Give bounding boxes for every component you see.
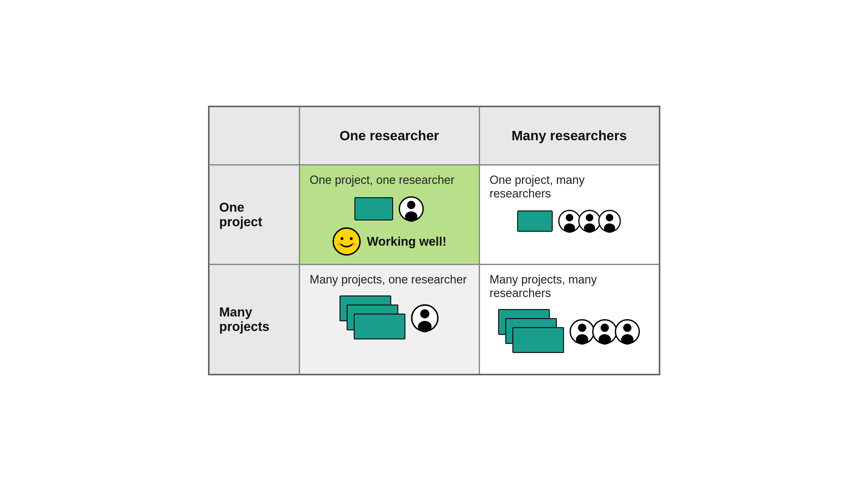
svg-point-1 <box>407 201 415 209</box>
header-many-researchers-label: Many researchers <box>512 128 627 144</box>
person-icon-6 <box>614 319 640 344</box>
stacked-projects-icon <box>340 296 404 341</box>
stack-rect-3 <box>354 313 405 339</box>
header-many-researchers: Many researchers <box>479 107 659 165</box>
smiley-icon <box>332 227 361 256</box>
stacked-projects-icon-2 <box>498 309 563 354</box>
svg-point-2 <box>405 211 417 222</box>
project-rect-icon-2 <box>517 210 553 232</box>
person-icon <box>398 196 424 222</box>
svg-point-13 <box>584 223 595 233</box>
svg-point-28 <box>621 334 633 344</box>
svg-point-18 <box>420 309 429 319</box>
svg-point-16 <box>604 223 615 233</box>
svg-point-21 <box>578 324 586 332</box>
svg-point-9 <box>566 214 573 221</box>
person-icon-single <box>410 304 439 332</box>
stack-rect-6 <box>512 327 564 353</box>
researchers-group-3 <box>558 209 621 233</box>
cell-text-many-one: Many projects, one researcher <box>310 273 467 287</box>
researchers-group-3b <box>569 319 640 344</box>
bottom-icons-row-many-one <box>340 296 439 341</box>
svg-point-5 <box>350 237 353 240</box>
svg-point-10 <box>564 223 575 233</box>
svg-point-25 <box>598 334 611 344</box>
person-icon-3 <box>598 209 621 233</box>
svg-point-19 <box>418 321 432 332</box>
cell-many-projects-one-researcher: Many projects, one researcher <box>300 264 479 374</box>
comparison-table: One researcher Many researchers One proj… <box>208 106 660 375</box>
row-many-projects-text: Many projects <box>219 305 289 334</box>
icons-row-one-many <box>517 209 621 233</box>
svg-point-6 <box>337 243 341 246</box>
header-one-researcher: One researcher <box>300 107 479 165</box>
row-label-many-projects: Many projects <box>209 264 300 374</box>
svg-point-3 <box>333 228 360 255</box>
working-well-row: Working well! <box>332 227 446 256</box>
svg-point-4 <box>340 237 343 240</box>
svg-point-22 <box>576 334 588 344</box>
svg-point-12 <box>586 214 593 221</box>
cell-one-project-one-researcher: One project, one researcher <box>300 165 479 264</box>
svg-point-27 <box>623 324 631 332</box>
header-empty-cell <box>209 107 300 165</box>
bottom-icons-row-many-many <box>498 309 640 354</box>
row-label-one-project: One project <box>209 165 300 264</box>
cell-text-one-one: One project, one researcher <box>310 173 455 187</box>
working-well-label: Working well! <box>367 235 446 248</box>
cell-one-project-many-researchers: One project, many researchers <box>479 165 659 264</box>
person-icon-5 <box>592 319 618 344</box>
svg-point-24 <box>600 324 609 332</box>
cell-text-one-many: One project, many researchers <box>490 173 649 201</box>
icons-row-one-one <box>354 196 424 222</box>
row-one-project-text: One project <box>219 200 289 229</box>
cell-text-many-many: Many projects, many researchers <box>490 273 649 300</box>
svg-point-7 <box>352 243 356 246</box>
svg-point-15 <box>606 214 613 221</box>
project-rect-icon <box>354 197 393 220</box>
person-icon-4 <box>569 319 595 344</box>
header-one-researcher-label: One researcher <box>340 128 439 144</box>
cell-many-projects-many-researchers: Many projects, many researchers <box>479 264 659 374</box>
